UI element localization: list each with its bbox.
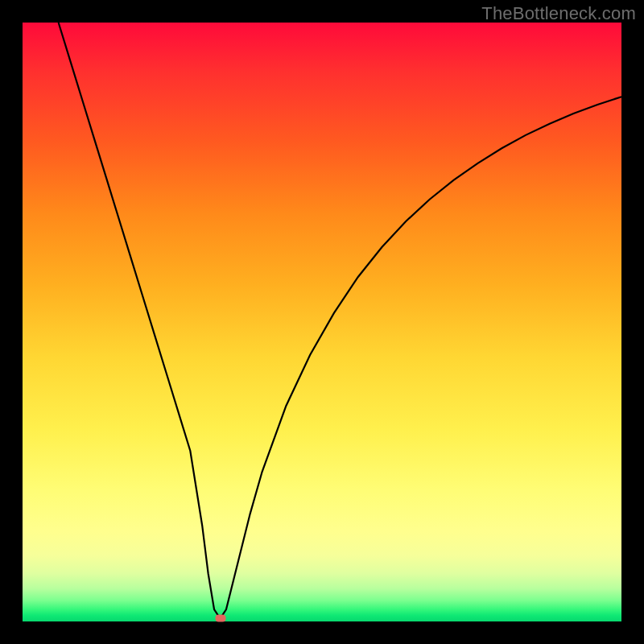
watermark-text: TheBottleneck.com bbox=[481, 3, 636, 24]
bottleneck-curve-path bbox=[59, 23, 621, 618]
chart-frame: TheBottleneck.com bbox=[0, 0, 644, 644]
bottleneck-curve-svg bbox=[23, 23, 621, 621]
minimum-marker bbox=[215, 615, 225, 622]
